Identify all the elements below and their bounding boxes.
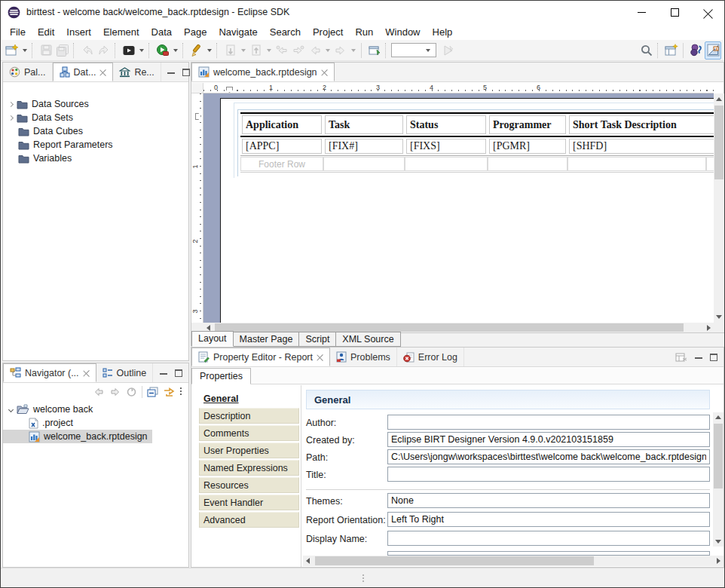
sash-drag-handle[interactable] xyxy=(362,574,364,576)
menu-search[interactable]: Search xyxy=(264,25,307,39)
view-menu-icon[interactable] xyxy=(179,387,182,397)
window-minimize-button[interactable] xyxy=(625,2,658,23)
tree-item-report-parameters[interactable]: Report Parameters xyxy=(3,138,188,152)
minimize-view-icon[interactable] xyxy=(160,372,167,375)
header-cell[interactable]: Short Task Description xyxy=(569,115,714,134)
quick-access-combo-dropdown[interactable] xyxy=(426,49,430,52)
editor-vertical-scrollbar[interactable] xyxy=(714,93,724,323)
tree-item-data-cubes[interactable]: Data Cubes xyxy=(3,124,188,138)
run-last-tool-button[interactable] xyxy=(440,41,457,60)
scroll-up-icon[interactable] xyxy=(716,97,722,101)
scroll-down-icon[interactable] xyxy=(716,315,722,319)
tab-close-icon[interactable] xyxy=(321,69,328,75)
menu-data[interactable]: Data xyxy=(145,25,178,39)
redo-button[interactable] xyxy=(96,41,112,60)
tree-item-variables[interactable]: Variables xyxy=(3,152,188,165)
pin-editor-button[interactable] xyxy=(366,41,383,60)
footer-cell[interactable] xyxy=(405,157,488,171)
scroll-left-icon[interactable] xyxy=(306,558,310,564)
up-refresh-icon[interactable] xyxy=(126,387,137,397)
menu-help[interactable]: Help xyxy=(427,25,459,39)
created-by-input[interactable] xyxy=(387,432,710,447)
window-close-button[interactable] xyxy=(691,2,724,23)
category-resources[interactable]: Resources xyxy=(199,477,299,493)
maximize-view-icon[interactable] xyxy=(182,69,190,76)
tab-data-explorer[interactable]: Dat... xyxy=(53,63,114,81)
tree-item-data-sets[interactable]: Data Sets xyxy=(3,111,188,124)
header-cell[interactable]: Programmer xyxy=(489,115,566,134)
previous-annotation-button[interactable] xyxy=(248,41,265,60)
scrollbar-thumb[interactable] xyxy=(215,323,684,332)
display-name-input[interactable] xyxy=(387,531,710,546)
menu-run[interactable]: Run xyxy=(349,25,379,39)
category-advanced[interactable]: Advanced xyxy=(199,512,299,528)
collapse-all-icon[interactable] xyxy=(147,387,158,397)
scroll-up-icon[interactable] xyxy=(715,415,721,419)
next-edit-location-button[interactable] xyxy=(290,41,307,60)
external-tools-dropdown[interactable] xyxy=(207,49,212,52)
scroll-down-icon[interactable] xyxy=(715,540,721,544)
minimize-view-icon[interactable] xyxy=(695,356,702,359)
scrollbar-thumb[interactable] xyxy=(714,106,723,179)
tab-close-icon[interactable] xyxy=(317,354,323,360)
previous-annotation-dropdown[interactable] xyxy=(267,49,271,52)
data-cell[interactable]: [FIXS] xyxy=(406,139,486,154)
data-cell[interactable]: [PGMR] xyxy=(489,139,566,154)
scrollbar-thumb[interactable] xyxy=(714,424,723,488)
tab-close-icon[interactable] xyxy=(83,369,90,376)
header-cell[interactable]: Task xyxy=(325,115,403,134)
save-button[interactable] xyxy=(38,41,54,60)
scroll-right-icon[interactable] xyxy=(717,558,720,564)
scrollbar-thumb[interactable] xyxy=(315,556,594,565)
maximize-view-icon[interactable] xyxy=(710,354,717,361)
tab-property-editor[interactable]: Property Editor - Report xyxy=(191,348,330,366)
report-table[interactable]: Application Task Status Programmer Short… xyxy=(240,112,714,173)
author-input[interactable] xyxy=(387,415,710,430)
form-vertical-scrollbar[interactable] xyxy=(713,412,723,547)
window-maximize-button[interactable] xyxy=(658,2,691,23)
tab-master-page[interactable]: Master Page xyxy=(234,332,300,347)
category-named-expressions[interactable]: Named Expressions xyxy=(199,460,299,476)
title-input[interactable] xyxy=(387,467,710,482)
themes-input[interactable] xyxy=(387,493,710,508)
form-horizontal-scrollbar[interactable] xyxy=(303,556,723,566)
back-button[interactable] xyxy=(307,41,323,60)
footer-cell[interactable] xyxy=(488,157,567,171)
tab-script[interactable]: Script xyxy=(299,332,336,347)
run-button[interactable] xyxy=(154,41,171,60)
next-annotation-button[interactable] xyxy=(222,41,239,60)
tab-outline[interactable]: Outline xyxy=(96,363,154,382)
forward-arrow-icon[interactable] xyxy=(109,387,121,397)
tab-layout[interactable]: Layout xyxy=(191,331,234,347)
category-description[interactable]: Description xyxy=(199,408,299,424)
footer-cell[interactable]: Footer Row xyxy=(240,157,323,171)
collapse-chevron-icon[interactable] xyxy=(8,406,14,412)
expand-chevron-icon[interactable] xyxy=(8,101,14,106)
tree-item-data-sources[interactable]: Data Sources xyxy=(3,97,188,111)
tab-error-log[interactable]: Error Log xyxy=(397,348,464,366)
menu-edit[interactable]: Edit xyxy=(32,25,60,39)
category-event-handler[interactable]: Event Handler xyxy=(199,495,299,510)
run-dropdown[interactable] xyxy=(173,49,178,52)
scroll-right-icon[interactable] xyxy=(707,325,711,331)
show-advanced-properties-icon[interactable] xyxy=(675,352,687,363)
tree-item-project[interactable]: welcome back xyxy=(3,403,188,416)
menu-file[interactable]: File xyxy=(4,25,32,39)
menu-project[interactable]: Project xyxy=(307,25,349,39)
forward-dropdown[interactable] xyxy=(351,49,356,52)
category-general[interactable]: General xyxy=(199,390,299,406)
new-wizard-dropdown[interactable] xyxy=(23,49,27,52)
back-arrow-icon[interactable] xyxy=(93,387,105,397)
tab-resource-explorer[interactable]: Re... xyxy=(113,63,161,81)
data-cell[interactable]: [FIX#] xyxy=(325,139,403,154)
menu-navigate[interactable]: Navigate xyxy=(213,25,263,39)
next-annotation-dropdown[interactable] xyxy=(241,49,246,52)
save-all-button[interactable] xyxy=(54,41,71,60)
report-design-perspective-button[interactable] xyxy=(705,41,721,60)
last-edit-location-button[interactable] xyxy=(274,41,290,60)
data-cell[interactable]: [APPC] xyxy=(242,139,322,154)
category-comments[interactable]: Comments xyxy=(199,425,299,441)
view-report-button[interactable] xyxy=(121,41,137,60)
tab-palette[interactable]: Pal... xyxy=(3,63,53,81)
data-cell[interactable]: [SHFD] xyxy=(569,139,714,154)
